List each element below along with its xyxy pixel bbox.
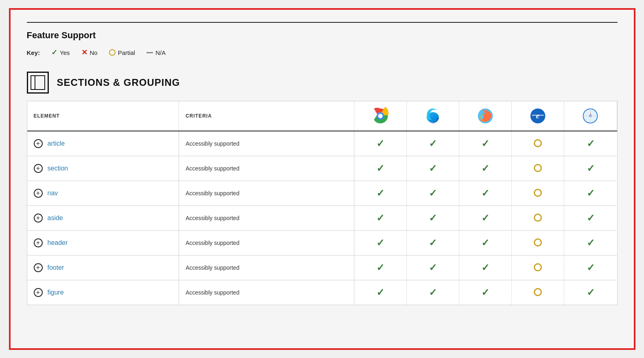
criteria-cell: Accessibly supported (179, 131, 354, 156)
edge-support-cell: ✓ (406, 206, 459, 231)
na-icon (146, 52, 153, 53)
section-grouping-icon (27, 72, 49, 94)
partial-circle-icon (534, 288, 542, 296)
partial-circle-icon (534, 238, 542, 247)
key-item-na: N/A (146, 49, 166, 56)
check-icon: ✓ (429, 237, 437, 248)
expand-button[interactable]: + (34, 238, 43, 247)
element-link[interactable]: figure (48, 289, 64, 296)
check-icon: ✓ (481, 163, 489, 174)
ie-support-cell (512, 156, 564, 181)
check-icon: ✓ (587, 188, 595, 199)
firefox-support-cell: ✓ (459, 280, 511, 305)
partial-circle-icon (534, 263, 542, 271)
check-icon: ✓ (429, 163, 437, 174)
feature-table: ELEMENT CRITERIA (27, 101, 617, 305)
criteria-cell: Accessibly supported (179, 231, 354, 255)
na-label: N/A (155, 49, 166, 56)
chrome-support-cell: ✓ (354, 231, 406, 255)
table-row: + section Accessibly supported✓✓✓✓ (27, 156, 617, 181)
top-rule (27, 22, 618, 23)
partial-label: Partial (118, 49, 135, 56)
firefox-support-cell: ✓ (459, 181, 511, 206)
page-container: Feature Support Key: ✓ Yes ✕ No Partial … (9, 8, 635, 350)
chrome-support-cell: ✓ (354, 280, 406, 305)
expand-button[interactable]: + (34, 214, 43, 223)
check-icon: ✓ (587, 138, 595, 149)
table-body: + article Accessibly supported✓✓✓✓ + sec… (27, 131, 617, 305)
table-header-row: ELEMENT CRITERIA (27, 101, 617, 131)
section-icon-inner (31, 75, 45, 90)
check-icon: ✓ (429, 212, 437, 223)
table-row: + footer Accessibly supported✓✓✓✓ (27, 255, 617, 280)
partial-circle-icon (534, 164, 542, 172)
feature-table-container: ELEMENT CRITERIA (27, 101, 618, 305)
check-icon: ✓ (587, 163, 595, 174)
firefox-support-cell: ✓ (459, 206, 511, 231)
table-row: + aside Accessibly supported✓✓✓✓ (27, 206, 617, 231)
check-icon: ✓ (587, 262, 595, 273)
check-icon: ✓ (429, 138, 437, 149)
check-icon: ✓ (481, 237, 489, 248)
check-icon: ✓ (376, 262, 384, 273)
ie-support-cell (512, 131, 564, 156)
table-row: + article Accessibly supported✓✓✓✓ (27, 131, 617, 156)
safari-support-cell: ✓ (564, 181, 617, 206)
element-link[interactable]: nav (48, 190, 58, 197)
element-link[interactable]: section (48, 165, 68, 172)
edge-support-cell: ✓ (406, 231, 459, 255)
partial-icon (109, 49, 116, 56)
key-item-no: ✕ No (81, 48, 98, 57)
check-icon: ✓ (429, 287, 437, 298)
expand-button[interactable]: + (34, 164, 43, 173)
check-icon: ✓ (429, 188, 437, 199)
element-cell: + figure (27, 280, 179, 305)
section-title: SECTIONS & GROUPING (57, 77, 180, 88)
svg-point-14 (590, 115, 592, 117)
key-label: Key: (27, 49, 40, 56)
criteria-cell: Accessibly supported (179, 280, 354, 305)
col-chrome (354, 101, 406, 131)
check-icon: ✓ (481, 212, 489, 223)
expand-button[interactable]: + (34, 288, 43, 297)
chrome-support-cell: ✓ (354, 131, 406, 156)
page-title: Feature Support (27, 30, 618, 41)
col-element: ELEMENT (27, 101, 179, 131)
check-icon: ✓ (376, 163, 384, 174)
check-icon: ✓ (429, 262, 437, 273)
ie-support-cell (512, 255, 564, 280)
criteria-cell: Accessibly supported (179, 206, 354, 231)
safari-support-cell: ✓ (564, 131, 617, 156)
element-link[interactable]: header (48, 239, 68, 247)
edge-support-cell: ✓ (406, 156, 459, 181)
safari-support-cell: ✓ (564, 231, 617, 255)
check-icon: ✓ (587, 237, 595, 248)
expand-button[interactable]: + (34, 263, 43, 272)
element-cell: + nav (27, 181, 179, 206)
partial-circle-icon (534, 214, 542, 222)
check-icon: ✓ (481, 188, 489, 199)
chrome-support-cell: ✓ (354, 181, 406, 206)
col-firefox (459, 101, 511, 131)
firefox-support-cell: ✓ (459, 231, 511, 255)
col-edge (406, 101, 459, 131)
key-item-partial: Partial (109, 49, 135, 56)
edge-support-cell: ✓ (406, 255, 459, 280)
col-criteria: CRITERIA (179, 101, 354, 131)
element-link[interactable]: aside (48, 214, 63, 222)
section-header: SECTIONS & GROUPING (27, 72, 618, 94)
key-item-yes: ✓ Yes (51, 48, 70, 57)
element-link[interactable]: footer (48, 264, 64, 271)
firefox-support-cell: ✓ (459, 131, 511, 156)
check-icon: ✓ (587, 212, 595, 223)
safari-support-cell: ✓ (564, 206, 617, 231)
expand-button[interactable]: + (34, 189, 43, 198)
element-link[interactable]: article (48, 140, 65, 147)
table-row: + header Accessibly supported✓✓✓✓ (27, 231, 617, 255)
table-row: + figure Accessibly supported✓✓✓✓ (27, 280, 617, 305)
firefox-support-cell: ✓ (459, 156, 511, 181)
element-cell: + header (27, 231, 179, 255)
expand-button[interactable]: + (34, 139, 43, 148)
ie-support-cell (512, 181, 564, 206)
check-icon: ✓ (587, 287, 595, 298)
